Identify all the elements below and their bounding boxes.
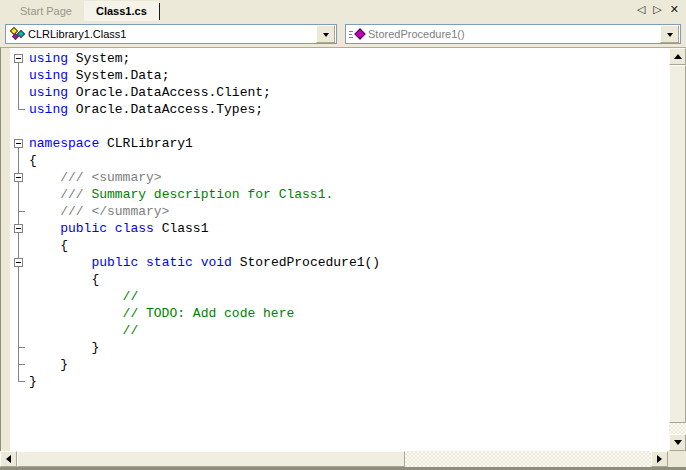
code-text: }: [29, 356, 68, 373]
fold-margin: [10, 118, 29, 135]
members-dropdown-value: StoredProcedure1(): [368, 28, 465, 40]
code-line: }: [10, 356, 668, 373]
code-navigation-bar: CLRLibrary1.Class1 StoredProcedure1(): [0, 21, 686, 47]
fold-margin: [10, 237, 29, 254]
fold-margin: [10, 305, 29, 322]
scrollbar-corner: [668, 451, 686, 467]
code-line: namespace CLRLibrary1: [10, 135, 668, 152]
fold-collapse-box[interactable]: [10, 135, 29, 152]
code-text: public class Class1: [29, 220, 208, 237]
types-dropdown-button[interactable]: [316, 25, 335, 43]
code-line: //: [10, 322, 668, 339]
fold-collapse-box[interactable]: [10, 220, 29, 237]
fold-margin: [10, 152, 29, 169]
method-icon: [349, 27, 365, 41]
tab-separator: [159, 3, 160, 20]
code-line: {: [10, 237, 668, 254]
tab-class1-cs[interactable]: Class1.cs: [84, 1, 159, 21]
code-text: using Oracle.DataAccess.Types;: [29, 101, 263, 118]
collapse-minus-icon[interactable]: [14, 173, 23, 182]
code-text: {: [29, 152, 37, 169]
code-line: using System.Data;: [10, 67, 668, 84]
forward-arrow-icon[interactable]: ▷: [653, 3, 661, 17]
code-line: // TODO: Add code here: [10, 305, 668, 322]
code-text: public static void StoredProcedure1(): [29, 254, 380, 271]
fold-margin: [10, 339, 29, 356]
code-text: {: [29, 271, 99, 288]
fold-margin: [10, 84, 29, 101]
types-dropdown[interactable]: CLRLibrary1.Class1: [5, 24, 337, 44]
code-lines[interactable]: using System;using System.Data;using Ora…: [10, 50, 668, 390]
code-line: //: [10, 288, 668, 305]
code-text: }: [29, 373, 37, 390]
collapse-minus-icon[interactable]: [14, 224, 23, 233]
fold-margin: [10, 186, 29, 203]
document-tab-bar: Start Page Class1.cs ◁ ▷ ✕: [0, 0, 686, 21]
code-line: /// Summary description for Class1.: [10, 186, 668, 203]
fold-margin: [10, 288, 29, 305]
code-line: public class Class1: [10, 220, 668, 237]
fold-collapse-box[interactable]: [10, 169, 29, 186]
scroll-left-button[interactable]: [0, 451, 17, 467]
members-dropdown[interactable]: StoredProcedure1(): [345, 24, 681, 44]
collapse-minus-icon[interactable]: [14, 54, 23, 63]
horizontal-scroll-thumb[interactable]: [17, 451, 405, 467]
code-text: //: [29, 322, 138, 339]
code-line: /// <summary>: [10, 169, 668, 186]
selection-margin[interactable]: [1, 48, 10, 451]
tab-start-page[interactable]: Start Page: [8, 1, 84, 21]
code-line: {: [10, 271, 668, 288]
fold-margin: [10, 101, 29, 118]
fold-collapse-box[interactable]: [10, 50, 29, 67]
scroll-right-button[interactable]: [651, 451, 668, 467]
code-text: using System.Data;: [29, 67, 169, 84]
horizontal-scrollbar[interactable]: [0, 451, 668, 467]
fold-margin: [10, 322, 29, 339]
fold-margin: [10, 373, 29, 390]
scroll-down-button[interactable]: [669, 434, 686, 451]
code-line: using Oracle.DataAccess.Types;: [10, 101, 668, 118]
document-nav-controls: ◁ ▷ ✕: [637, 3, 679, 17]
fold-margin: [10, 356, 29, 373]
code-line: {: [10, 152, 668, 169]
scroll-up-button[interactable]: [669, 48, 686, 65]
code-text: /// </summary>: [29, 203, 169, 220]
fold-margin: [10, 271, 29, 288]
code-text: // TODO: Add code here: [29, 305, 294, 322]
code-line: }: [10, 339, 668, 356]
code-editor-pane: using System;using System.Data;using Ora…: [0, 47, 686, 451]
vertical-scroll-thumb[interactable]: [669, 65, 686, 423]
members-dropdown-button[interactable]: [660, 25, 679, 43]
code-text: using System;: [29, 50, 130, 67]
close-icon[interactable]: ✕: [670, 3, 679, 17]
code-text: /// <summary>: [29, 169, 162, 186]
code-line: using System;: [10, 50, 668, 67]
code-text: namespace CLRLibrary1: [29, 135, 193, 152]
horizontal-scroll-track[interactable]: [405, 451, 651, 467]
fold-margin: [10, 203, 29, 220]
vertical-scrollbar[interactable]: [669, 48, 686, 451]
code-text: //: [29, 288, 138, 305]
collapse-minus-icon[interactable]: [14, 258, 23, 267]
vertical-scroll-track[interactable]: [669, 423, 686, 434]
code-line: }: [10, 373, 668, 390]
types-dropdown-value: CLRLibrary1.Class1: [28, 28, 126, 40]
fold-margin: [10, 67, 29, 84]
bottom-scroll-row: [0, 451, 686, 467]
fold-collapse-box[interactable]: [10, 254, 29, 271]
code-editor-window: Start Page Class1.cs ◁ ▷ ✕ CLRLibrary1.C…: [0, 0, 686, 470]
code-line: [10, 118, 668, 135]
code-text: using Oracle.DataAccess.Client;: [29, 84, 271, 101]
code-text: }: [29, 339, 99, 356]
back-arrow-icon[interactable]: ◁: [637, 3, 645, 17]
code-text: /// Summary description for Class1.: [29, 186, 333, 203]
collapse-minus-icon[interactable]: [14, 139, 23, 148]
code-text: {: [29, 237, 68, 254]
class-icon: [9, 27, 25, 41]
code-line: /// </summary>: [10, 203, 668, 220]
code-line: using Oracle.DataAccess.Client;: [10, 84, 668, 101]
code-line: public static void StoredProcedure1(): [10, 254, 668, 271]
